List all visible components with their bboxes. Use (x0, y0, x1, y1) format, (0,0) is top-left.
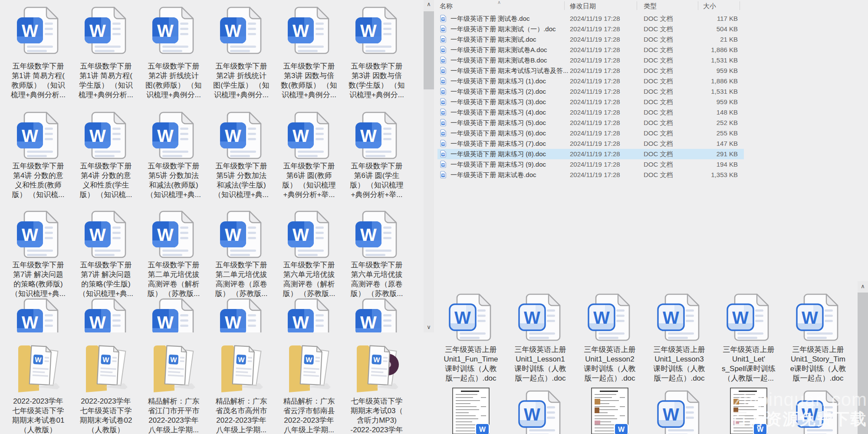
word-file-icon-partial[interactable]: W (286, 298, 332, 332)
word-file-icon[interactable]: W (286, 6, 332, 56)
file-row[interactable]: W 一年级英语下册 期末测试卷A.doc2024/11/19 17:28DOC … (437, 45, 744, 55)
scroll-up-icon[interactable]: ∧ (858, 283, 868, 290)
sort-ascending-icon[interactable]: ∧ (497, 0, 506, 4)
file-label[interactable]: 五年级数学下册第1讲 简易方程(学生版） （知识梳理+典例分析... (72, 62, 140, 100)
word-file-icon[interactable]: W (151, 111, 196, 161)
word-file-icon[interactable]: W (16, 111, 61, 161)
file-row[interactable]: W 一年级英语下册 期末测试卷B.doc2024/11/19 17:28DOC … (437, 55, 744, 66)
word-file-icon-partial[interactable]: W (354, 298, 399, 332)
word-file-icon[interactable]: W (354, 210, 399, 260)
column-header-name[interactable]: 名称 (440, 2, 453, 10)
file-row[interactable]: W 一年级英语下册 期末考试练习试卷及答...2024/11/19 17:28D… (437, 66, 744, 76)
word-file-icon[interactable]: W (286, 111, 332, 161)
word-file-icon-light[interactable]: W (796, 293, 841, 342)
folder-label[interactable]: 精品解析：广东省江门市开平市2022-2023学年八年级上学期... (140, 397, 207, 434)
file-label[interactable]: 五年级数学下册第3讲 因数与倍数(教师版） （知识梳理+典例分... (275, 62, 343, 100)
doc-preview-thumbnail[interactable]: W (730, 388, 767, 434)
word-file-icon-light-partial[interactable]: W (796, 390, 841, 434)
file-row[interactable]: W 一年级英语下册 期末练习 (5).doc2024/11/19 17:28DO… (437, 118, 744, 128)
word-file-icon[interactable]: W (219, 210, 264, 260)
file-label[interactable]: 五年级数学下册第5讲 分数加法和减法(教师版)（知识梳理+典... (140, 161, 207, 200)
word-file-icon-partial[interactable]: W (219, 298, 264, 332)
file-label[interactable]: 三年级英语上册Unit1_Lesson1课时训练（人教版一起点）.doc (506, 345, 574, 383)
folder-label[interactable]: 2022-2023学年七年级英语下学期期末考试卷02（人教版） (72, 397, 140, 434)
file-label[interactable]: 五年级数学下册第7讲 解决问题的策略(学生版)（知识梳理+典... (72, 260, 140, 299)
file-label[interactable]: 五年级数学下册第二单元培优拔高测评卷（解析版） （苏教版... (140, 260, 207, 299)
word-file-icon-light[interactable]: W (448, 293, 493, 342)
column-header-size[interactable]: 大小 (703, 2, 716, 10)
word-file-icon[interactable]: W (83, 210, 128, 260)
file-row[interactable]: W 一年级英语下册 期末测试.doc2024/11/19 17:28DOC 文档… (437, 34, 744, 45)
file-label[interactable]: 三年级英语上册Unit1_Lesson3课时训练（人教版一起点）.doc (645, 345, 713, 383)
word-file-icon-light-partial[interactable]: W (518, 390, 563, 434)
folder-label[interactable]: 精品解析：广东省云浮市郁南县2022-2023学年八年级上学期... (275, 397, 343, 434)
folder-icon[interactable]: W (352, 339, 401, 393)
file-row[interactable]: W 一年级英语下册 期末练习 (6).doc2024/11/19 17:28DO… (437, 128, 744, 138)
file-label[interactable]: 五年级数学下册第6讲 圆(教师版） （知识梳理+典例分析+举... (275, 161, 343, 200)
file-label[interactable]: 五年级数学下册第1讲 简易方程(教师版） （知识梳理+典例分析... (4, 62, 72, 100)
file-row[interactable]: W 一年级英语下册 期末练习 (1).doc2024/11/19 17:28DO… (437, 76, 744, 86)
word-file-icon[interactable]: W (151, 6, 196, 56)
file-label[interactable]: 三年级英语上册Unit1_Lesson2课时训练（人教版一起点）.doc (576, 345, 644, 383)
word-file-icon[interactable]: W (16, 210, 61, 260)
scrollbar-thumb[interactable] (424, 11, 434, 89)
bottom-right-scrollbar[interactable]: ∧ (858, 281, 868, 434)
file-row[interactable]: W 一年级英语下册 期末测试（一）.doc2024/11/19 17:28DOC… (437, 24, 744, 34)
word-file-icon-partial[interactable]: W (16, 298, 61, 332)
word-file-icon[interactable]: W (286, 210, 332, 260)
column-header-type[interactable]: 类型 (644, 2, 657, 10)
file-row[interactable]: W 一年级英语下册 期末练习 (8).doc2024/11/19 17:28DO… (437, 149, 744, 159)
folder-icon[interactable]: W (217, 339, 266, 393)
word-file-icon[interactable]: W (219, 111, 264, 161)
scroll-down-icon[interactable]: ∨ (424, 324, 434, 331)
scrollbar-thumb[interactable] (858, 293, 868, 434)
folder-label[interactable]: 精品解析：广东省茂名市高州市2022-2023学年八年级上学期... (207, 397, 275, 434)
folder-label[interactable]: 2022-2023学年七年级英语下学期期末考试卷01（人教版） (4, 397, 72, 434)
folder-icon[interactable]: W (82, 339, 130, 393)
folder-icon[interactable]: W (14, 339, 62, 393)
file-label[interactable]: 五年级数学下册第六单元培优拔高测评卷（解析版） （苏教版... (275, 260, 343, 299)
folder-icon[interactable]: W (285, 339, 333, 393)
word-file-icon[interactable]: W (354, 111, 399, 161)
file-row[interactable]: W 一年级英语下册 期末练习 (7).doc2024/11/19 17:28DO… (437, 138, 744, 149)
doc-preview-thumbnail[interactable]: W (452, 388, 490, 434)
word-file-icon[interactable]: W (219, 6, 264, 56)
word-file-icon[interactable]: W (83, 111, 128, 161)
file-row[interactable]: W 一年级英语下册 期末练习 (9).doc2024/11/19 17:28DO… (437, 159, 744, 170)
file-label[interactable]: 五年级数学下册第二单元培优拔高测评卷（原卷版） （苏教版... (207, 260, 275, 299)
word-file-icon[interactable]: W (354, 6, 399, 56)
file-label[interactable]: 五年级数学下册第2讲 折线统计图(学生版） （知识梳理+典例分... (207, 62, 275, 100)
word-file-icon-light[interactable]: W (657, 293, 702, 342)
word-file-icon-light[interactable]: W (587, 293, 632, 342)
file-row[interactable]: W 一年级英语下册 期末练习 (3).doc2024/11/19 17:28DO… (437, 97, 744, 107)
word-file-icon-light[interactable]: W (726, 293, 771, 342)
word-file-icon-light-partial[interactable]: W (657, 390, 702, 434)
file-label[interactable]: 五年级数学下册第3讲 因数与倍数(学生版） （知识梳理+典例分... (343, 62, 411, 100)
file-label[interactable]: 三年级英语上册Unit1_Let's_Spell课时训练（人教版一起... (715, 345, 783, 383)
scroll-up-icon[interactable]: ∧ (424, 1, 434, 8)
word-file-icon-partial[interactable]: W (83, 298, 128, 332)
left-grid-scrollbar[interactable]: ∧ ∨ (424, 0, 434, 332)
word-file-icon[interactable]: W (83, 6, 128, 56)
word-file-icon[interactable]: W (16, 6, 61, 56)
file-row[interactable]: W 一年级英语下册 期末练习 (4).doc2024/11/19 17:28DO… (437, 107, 744, 118)
word-file-icon[interactable]: W (151, 210, 196, 260)
file-label[interactable]: 五年级数学下册第5讲 分数加法和减法(学生版)（知识梳理+典... (207, 161, 275, 200)
file-label[interactable]: 五年级数学下册第4讲 分数的意义和性质(教师版） （知识梳... (4, 161, 72, 200)
file-label[interactable]: 三年级英语上册Unit1_Story_Time课时训练（人教版一起点）.doc (784, 345, 852, 383)
file-label[interactable]: 五年级数学下册第六单元培优拔高测评卷（原卷版） （苏教版... (343, 260, 411, 299)
file-label[interactable]: 五年级数学下册第7讲 解决问题的策略(教师版)（知识梳理+典... (4, 260, 72, 299)
file-label[interactable]: 五年级数学下册第2讲 折线统计图(教师版） （知识梳理+典例分... (140, 62, 207, 100)
doc-preview-thumbnail[interactable]: W (591, 388, 628, 434)
folder-label[interactable]: 七年级英语下学期期末考试03（含听力MP3)-2022-2023学年 (343, 397, 411, 434)
file-label[interactable]: 五年级数学下册第4讲 分数的意义和性质(学生版） （知识梳... (72, 161, 140, 200)
word-file-icon-partial[interactable]: W (151, 298, 196, 332)
file-label[interactable]: 三年级英语上册Unit1_Fun_Time课时训练（人教版一起点）.doc (437, 345, 505, 383)
file-row[interactable]: W 一年级英语下册 期末练习 (2).doc2024/11/19 17:28DO… (437, 86, 744, 97)
column-header-date[interactable]: 修改日期 (570, 2, 596, 10)
file-row[interactable]: W 一年级英语下册 期末试卷.doc2024/11/19 17:28DOC 文档… (437, 170, 744, 180)
file-label[interactable]: 五年级数学下册第6讲 圆(学生版） （知识梳理+典例分析+举... (343, 161, 411, 200)
folder-icon[interactable]: W (149, 339, 198, 393)
word-file-icon-light[interactable]: W (518, 293, 563, 342)
file-row[interactable]: W 一年级英语下册 测试卷.doc2024/11/19 17:28DOC 文档1… (437, 13, 744, 24)
